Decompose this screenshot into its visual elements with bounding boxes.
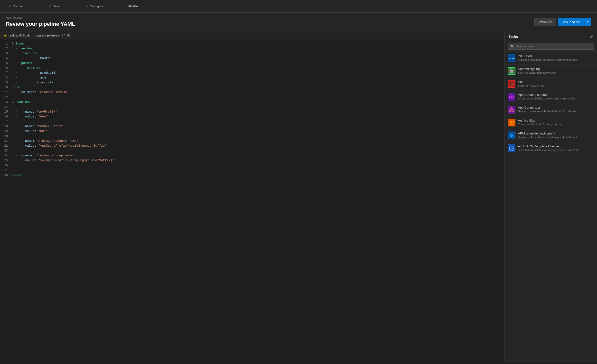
page-header: New pipeline Review your pipeline YAML V… [0,13,597,31]
task-item[interactable]: 🤖Android signingSign and align Android A… [505,65,597,78]
code-line: 1trigger: [0,41,504,46]
task-item[interactable]: ARM template deploymentDeploy an Azure R… [505,129,597,142]
search-input-wrap[interactable]: 🔍 [508,43,594,50]
line-number: 1 [0,41,12,46]
task-name: .NET Core [518,54,594,58]
task-info: Archive filesCompress files into .7z, .t… [518,119,594,126]
code-line: 25 · value: "yws$(envPrefix)weblg-rg$(nu… [0,158,504,163]
line-number: 10 [0,85,12,90]
task-icon-ant: 🐜 [508,80,515,88]
nav-step-connect[interactable]: ✓ Connect [4,0,29,12]
code-line: 26 [0,163,504,168]
task-info: ARM template deploymentDeploy an Azure R… [518,132,594,139]
nav-step-select-label: Select [53,4,61,8]
task-info: Android signingSign and align Android AP… [518,67,594,74]
line-number: 15 [0,109,12,114]
tasks-list: dotnet.NET CoreBuild, test, package, or … [505,52,597,363]
save-run-dropdown-button[interactable]: ▾ [584,18,591,26]
code-line: 21 · - name: "storageAccounts_name" [0,139,504,143]
line-number: 14 [0,105,12,109]
line-number: 19 [0,129,12,134]
task-item[interactable]: App Center testTest app packages with Vi… [505,103,597,116]
code-line: 14 [0,105,504,109]
task-info: AntBuild with Apache Ant [518,80,594,87]
edit-icon[interactable]: ⊞ [67,33,70,37]
task-icon-arm-template [508,132,515,139]
task-description: Build with Apache Ant [518,84,594,87]
line-number: 16 [0,114,12,119]
line-content: · · · - scripts [12,80,504,85]
expand-icon[interactable]: ⤢ [590,34,593,39]
code-line: 19 · value: "001" [0,129,504,134]
task-icon-archive-files [508,119,515,126]
line-number: 8 [0,75,12,80]
svg-point-17 [511,136,512,137]
line-number: 13 [0,100,12,105]
nav-step-review[interactable]: Review [123,0,143,12]
search-box: 🔍 [505,41,597,52]
check-icon-connect: ✓ [9,5,11,8]
code-line: 8 · · · - arm [0,75,504,80]
line-number: 11 [0,90,12,95]
variables-button[interactable]: Variables [534,18,556,26]
code-line: 13variables: [0,100,504,105]
task-description: Compress files into .7z, .tar.gz, or .zi… [518,123,594,126]
svg-point-8 [511,96,513,98]
task-description: Scan ARM templates for security issues u… [518,149,594,151]
svg-text:🐜: 🐜 [510,82,514,86]
line-content: · · · - prod.yml [12,71,504,75]
task-description: Test app packages with Visual Studio App… [518,110,594,113]
nav-step-configure[interactable]: ✓ Configure [81,0,108,12]
line-number: 17 [0,119,12,124]
task-description: Deploy an Azure Resource Manager (ARM) t… [518,136,594,139]
save-run-button[interactable]: Save and run [558,18,584,26]
task-item[interactable]: AzSKAzSK ARM Template CheckerScan ARM te… [505,142,597,155]
line-number: 23 [0,148,12,153]
task-description: Build, test, package, or publish a dotne… [518,58,594,61]
code-line: 15 · - name: "envPrefix" [0,109,504,114]
code-line: 7 · · · - prod.yml [0,71,504,75]
check-icon-configure: ✓ [86,5,88,8]
line-content: · value: "001" [12,129,504,134]
task-name: AzSK ARM Template Checker [518,144,594,148]
tasks-header: Tasks ⤢ [505,31,597,41]
task-info: App Center distributeDistribute app buil… [518,93,594,100]
line-number: 20 [0,134,12,139]
line-number: 22 [0,143,12,148]
svg-rect-16 [508,132,515,139]
page-subtitle: New pipeline [6,17,75,20]
line-content: ·branches: [12,46,504,51]
line-content: · vmImage: 'windows-latest' [12,90,504,95]
line-number: 4 [0,56,12,61]
task-item[interactable]: 🐜AntBuild with Apache Ant [505,78,597,90]
nav-step-select[interactable]: ✓ Select [44,0,66,12]
line-content: · - name: "envPrefix" [12,109,504,114]
line-number: 18 [0,124,12,129]
task-info: .NET CoreBuild, test, package, or publis… [518,54,594,61]
code-line: 18 · - name: "numberSuffix" [0,124,504,129]
task-icon-azsk-arm: AzSK [508,144,515,152]
code-line: 3 · ·include: [0,51,504,56]
svg-text:dotnet: dotnet [508,57,515,60]
line-number: 24 [0,153,12,158]
task-name: Ant [518,80,594,84]
code-line: 12 [0,95,504,100]
task-item[interactable]: Archive filesCompress files into .7z, .t… [505,116,597,129]
line-number: 6 [0,66,12,71]
line-content: · paths: [12,61,504,66]
line-content: · - name: "resourceGroup_name" [12,153,504,158]
task-item[interactable]: dotnet.NET CoreBuild, test, package, or … [505,52,597,65]
line-content: variables: [12,100,504,105]
line-number: 27 [0,168,12,173]
code-editor[interactable]: 1trigger:2 ·branches:3 · ·include:4 · · … [0,39,504,363]
line-content: · · · - master [12,56,504,61]
task-description: Sign and align Android APK files [518,71,594,74]
task-item[interactable]: App Center distributeDistribute app buil… [505,90,597,103]
code-line: 28steps: [0,173,504,178]
line-content: · · exclude: [12,66,504,71]
task-icon-dotnet-core: dotnet [508,54,515,62]
line-number: 25 [0,158,12,163]
search-input[interactable] [516,44,591,48]
line-number: 21 [0,139,12,143]
nav-step-connect-label: Connect [13,4,24,8]
